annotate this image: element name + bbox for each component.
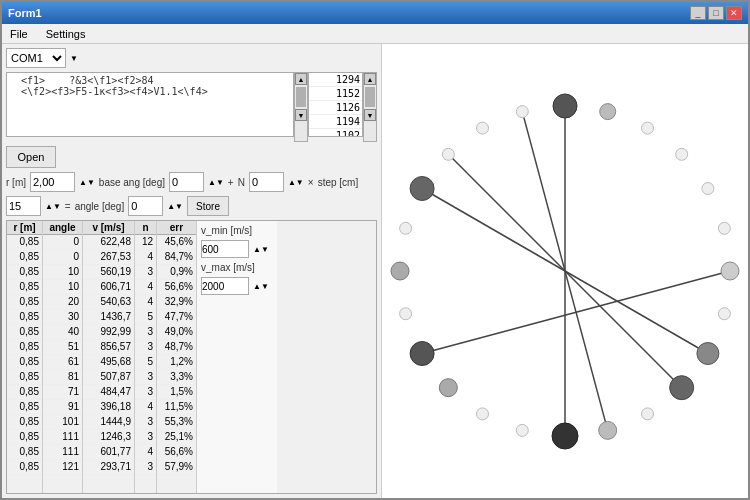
table-row: 4: [135, 400, 156, 415]
file-menu[interactable]: File: [6, 27, 32, 41]
side-val-2: 1126: [309, 101, 362, 115]
table-row: 121: [43, 460, 82, 475]
r-label: r [m]: [6, 177, 26, 188]
table-row: 3: [135, 385, 156, 400]
table-row: 0,85: [7, 370, 42, 385]
window-controls: _ □ ✕: [690, 6, 742, 20]
table-row: 0,85: [7, 325, 42, 340]
table-row: 3: [135, 415, 156, 430]
table-row: 48,7%: [157, 340, 196, 355]
times-sign: ×: [308, 177, 314, 188]
table-row: 0,85: [7, 415, 42, 430]
table-row: 0,85: [7, 280, 42, 295]
col-v-header: v [m/s]: [83, 221, 134, 235]
r-input[interactable]: [30, 172, 75, 192]
angle-spin[interactable]: ▲▼: [167, 202, 183, 211]
open-button[interactable]: Open: [6, 146, 56, 168]
table-row: 3,3%: [157, 370, 196, 385]
table-row: 495,68: [83, 355, 134, 370]
side-scrollbar[interactable]: ▲ ▼: [363, 72, 377, 142]
col-r-body[interactable]: 0,850,850,850,850,850,850,850,850,850,85…: [7, 235, 42, 493]
base-ang-input[interactable]: [169, 172, 204, 192]
scroll-thumb[interactable]: [296, 87, 306, 107]
n-spin[interactable]: ▲▼: [288, 178, 304, 187]
col-n-body[interactable]: 12434453353343343: [135, 235, 156, 493]
base-ang-spin[interactable]: ▲▼: [208, 178, 224, 187]
n-input[interactable]: [249, 172, 284, 192]
table-row: 4: [135, 250, 156, 265]
table-row: 3: [135, 430, 156, 445]
table-row: 49,0%: [157, 325, 196, 340]
table-row: 5: [135, 355, 156, 370]
table-row: 0,85: [7, 445, 42, 460]
table-row: 3: [135, 265, 156, 280]
table-row: 267,53: [83, 250, 134, 265]
minimize-button[interactable]: _: [690, 6, 706, 20]
angle-label: angle [deg]: [75, 201, 125, 212]
table-row: 5: [135, 310, 156, 325]
table-row: 1,5%: [157, 385, 196, 400]
col-v-body[interactable]: 622,48267,53560,19606,71540,631436,7992,…: [83, 235, 134, 493]
side-scroll-down[interactable]: ▼: [364, 109, 376, 121]
data-table: r [m] 0,850,850,850,850,850,850,850,850,…: [6, 220, 377, 494]
r-spin-arrows[interactable]: ▲▼: [79, 178, 95, 187]
serial-textarea[interactable]: <f1> ?&3<\f1><f2>84 <\f2><f3>F5-1κ<f3><f…: [6, 72, 294, 137]
col-angle-body[interactable]: 0010102030405161817191101111111121: [43, 235, 82, 493]
table-row: 30: [43, 310, 82, 325]
side-scroll-thumb[interactable]: [365, 87, 375, 107]
col-r-header: r [m]: [7, 221, 42, 235]
table-row: 4: [135, 295, 156, 310]
table-row: 540,63: [83, 295, 134, 310]
main-content: COM1 COM2 COM3 ▼ <f1> ?&3<\f1><f2>84 <\f…: [2, 44, 748, 498]
angle-input[interactable]: [128, 196, 163, 216]
table-row: 1246,3: [83, 430, 134, 445]
table-row: 12: [135, 235, 156, 250]
table-row: 1436,7: [83, 310, 134, 325]
table-row: 51: [43, 340, 82, 355]
table-row: 61: [43, 355, 82, 370]
scroll-down-arrow[interactable]: ▼: [295, 109, 307, 121]
table-row: 0,85: [7, 430, 42, 445]
table-row: 0,85: [7, 235, 42, 250]
col-n-header: n: [135, 221, 156, 235]
vmax-input-row: ▲▼: [201, 277, 273, 295]
vmin-spin-arrows[interactable]: ▲▼: [253, 245, 269, 254]
step-input[interactable]: [6, 196, 41, 216]
open-button-row: Open: [6, 146, 377, 168]
menu-bar: File Settings: [2, 24, 748, 44]
table-row: 111: [43, 445, 82, 460]
maximize-button[interactable]: □: [708, 6, 724, 20]
window-title: Form1: [8, 7, 42, 19]
store-button[interactable]: Store: [187, 196, 229, 216]
settings-menu[interactable]: Settings: [42, 27, 90, 41]
table-row: 3: [135, 460, 156, 475]
table-row: 1,2%: [157, 355, 196, 370]
side-values-list: 1294 1152 1126 1194 1102 1104: [308, 72, 363, 137]
col-n: n 12434453353343343: [135, 221, 157, 493]
com-dropdown-icon: ▼: [70, 54, 78, 63]
serial-scrollbar[interactable]: ▲ ▼: [294, 72, 308, 142]
table-row: 84,7%: [157, 250, 196, 265]
table-row: 4: [135, 445, 156, 460]
col-err-body[interactable]: 45,6%84,7%0,9%56,6%32,9%47,7%49,0%48,7%1…: [157, 235, 196, 493]
table-row: 560,19: [83, 265, 134, 280]
scroll-up-arrow[interactable]: ▲: [295, 73, 307, 85]
table-row: 11,5%: [157, 400, 196, 415]
vmax-spin-arrows[interactable]: ▲▼: [253, 282, 269, 291]
vmax-input[interactable]: [201, 277, 249, 295]
table-row: 484,47: [83, 385, 134, 400]
side-scroll-up[interactable]: ▲: [364, 73, 376, 85]
col-angle: angle 0010102030405161817191101111111121: [43, 221, 83, 493]
close-button[interactable]: ✕: [726, 6, 742, 20]
vmin-input[interactable]: [201, 240, 249, 258]
left-panel: COM1 COM2 COM3 ▼ <f1> ?&3<\f1><f2>84 <\f…: [2, 44, 382, 498]
visualization-canvas: [385, 56, 745, 486]
table-row: 10: [43, 280, 82, 295]
table-row: 0,85: [7, 400, 42, 415]
table-row: 0,85: [7, 340, 42, 355]
table-row: 0: [43, 250, 82, 265]
com-select[interactable]: COM1 COM2 COM3: [6, 48, 66, 68]
step-spin[interactable]: ▲▼: [45, 202, 61, 211]
side-val-3: 1194: [309, 115, 362, 129]
table-row: 32,9%: [157, 295, 196, 310]
